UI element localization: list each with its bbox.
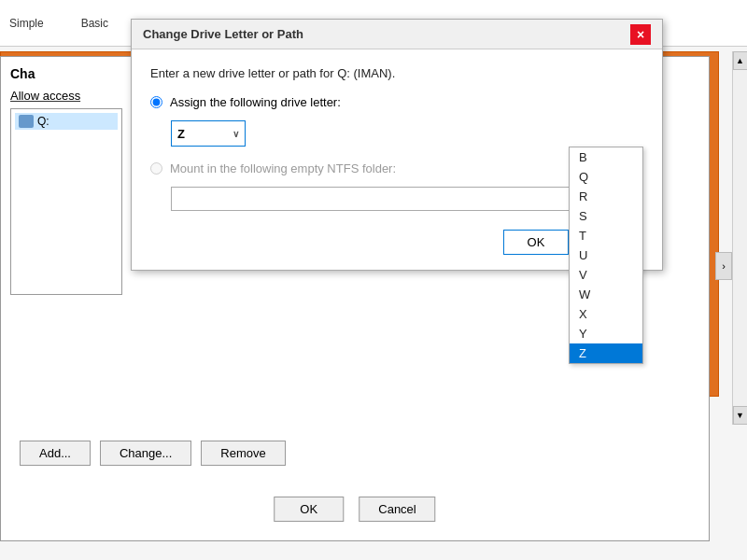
selected-letter: Z <box>177 127 185 141</box>
scroll-down-arrow[interactable]: ▼ <box>733 406 748 425</box>
assign-radio-input[interactable] <box>150 96 162 108</box>
drive-icon <box>19 115 34 128</box>
behind-ok-button[interactable]: OK <box>274 497 344 522</box>
modal-ok-button[interactable]: OK <box>503 230 569 255</box>
behind-cancel-button[interactable]: Cancel <box>359 497 435 522</box>
drive-letter-dropdown: B Q R S T U V W X Y Z <box>569 147 643 364</box>
dropdown-item-R[interactable]: R <box>570 187 642 206</box>
drive-letter-row: Z ∨ B Q R S T U V W X Y Z <box>171 120 643 147</box>
dropdown-item-B[interactable]: B <box>570 147 642 167</box>
dropdown-item-Z[interactable]: Z <box>570 343 642 363</box>
scrollbar-right: ▲ ▼ <box>732 51 747 425</box>
dropdown-item-Y[interactable]: Y <box>570 324 642 343</box>
change-button[interactable]: Change... <box>100 441 191 466</box>
dropdown-item-S[interactable]: S <box>570 206 642 226</box>
modal-body: Enter a new drive letter or path for Q: … <box>132 49 662 270</box>
dropdown-item-W[interactable]: W <box>570 285 642 304</box>
list-item-label: Q: <box>37 115 49 128</box>
dropdown-item-T[interactable]: T <box>570 226 642 245</box>
col-layout-1: Basic <box>81 17 108 30</box>
scroll-up-arrow[interactable]: ▲ <box>733 51 748 70</box>
modal-instruction: Enter a new drive letter or path for Q: … <box>150 66 643 80</box>
modal-dialog: Change Drive Letter or Path × Enter a ne… <box>131 19 663 271</box>
assign-radio-label: Assign the following drive letter: <box>170 95 341 109</box>
dropdown-item-U[interactable]: U <box>570 245 642 265</box>
modal-close-button[interactable]: × <box>630 24 651 45</box>
remove-button[interactable]: Remove <box>201 441 285 466</box>
list-item-q: Q: <box>15 113 118 130</box>
col-type-1: Simple <box>9 17 44 30</box>
add-button[interactable]: Add... <box>20 441 91 466</box>
ntfs-path-input[interactable] <box>171 187 598 211</box>
dropdown-item-X[interactable]: X <box>570 304 642 324</box>
modal-title: Change Drive Letter or Path <box>143 27 303 41</box>
ntfs-radio-label: Mount in the following empty NTFS folder… <box>170 161 396 175</box>
ntfs-radio-input[interactable] <box>150 162 162 175</box>
access-list: Q: <box>10 108 122 295</box>
chevron-down-icon: ∨ <box>233 129 239 139</box>
radio-assign-row: Assign the following drive letter: <box>150 95 643 109</box>
modal-titlebar: Change Drive Letter or Path × <box>132 20 662 49</box>
drive-letter-select[interactable]: Z ∨ <box>171 120 246 147</box>
dropdown-item-Q[interactable]: Q <box>570 167 642 187</box>
behind-ok-cancel: OK Cancel <box>274 497 435 522</box>
expand-right-arrow[interactable]: › <box>715 252 732 280</box>
behind-bottom-buttons: Add... Change... Remove <box>20 441 286 466</box>
dropdown-item-V[interactable]: V <box>570 265 642 285</box>
